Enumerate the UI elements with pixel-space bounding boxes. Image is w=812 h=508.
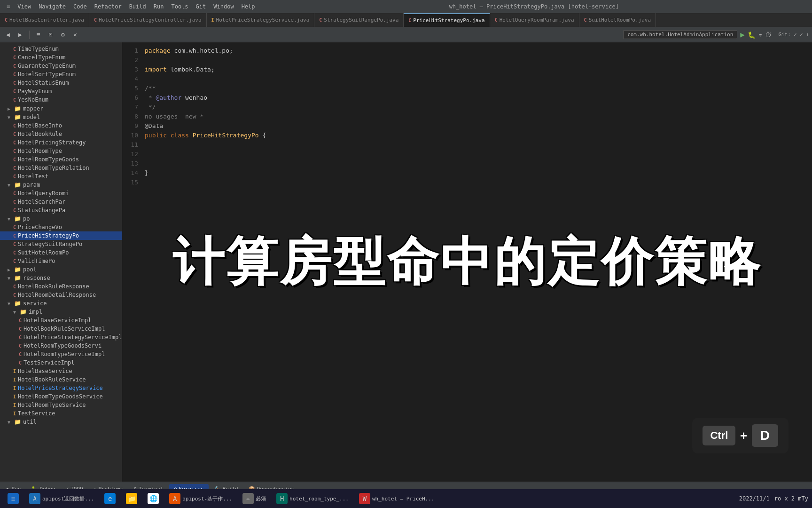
sidebar-item-HotelRoomDetailResponse[interactable]: C HotelRoomDetailResponse <box>0 291 122 299</box>
sidebar-label: TestService <box>18 410 55 417</box>
sidebar-label: mapper <box>23 105 43 112</box>
sidebar-item-CancelTypeEnum[interactable]: C CancelTypeEnum <box>0 53 122 62</box>
sidebar-item-HotelBaseInfo[interactable]: C HotelBaseInfo <box>0 121 122 130</box>
taskbar-apipost2[interactable]: A apipost-基于作... <box>165 491 236 506</box>
taskbar-bixu[interactable]: ✏ 必须 <box>239 491 270 506</box>
sidebar-item-HotelPriceStrategyServiceImpl[interactable]: C HotelPriceStrategyServiceImpl <box>0 333 122 341</box>
sidebar-item-SuitHotelRoomPo[interactable]: C SuitHotelRoomPo <box>0 248 122 257</box>
class-icon: C <box>13 242 16 247</box>
taskbar-apipost[interactable]: A apipost返回数据... <box>25 491 98 506</box>
sidebar-item-TimeTypeEnum[interactable]: C TimeTypeEnum <box>0 45 122 53</box>
sidebar-item-HotelSortTypeEnum[interactable]: C HotelSortTypeEnum <box>0 70 122 79</box>
sidebar-item-StrategySuitRangePo[interactable]: C StrategySuitRangePo <box>0 240 122 248</box>
class-icon: C <box>19 352 22 357</box>
toolbar-close-panel[interactable]: ✕ <box>70 30 80 40</box>
tab-StrategySuitRangePo[interactable]: C StrategySuitRangePo.java <box>314 13 404 27</box>
run-config-label[interactable]: com.wh.hotel.HotelAdminApplication <box>623 30 737 39</box>
sidebar-item-service[interactable]: ▼ 📁 service <box>0 299 122 308</box>
taskbar-wh-hotel[interactable]: W wh_hotel – PriceH... <box>355 491 438 506</box>
sidebar-label: HotelRoomTypeServiceImpl <box>23 351 105 357</box>
sidebar-item-HotelTest[interactable]: C HotelTest <box>0 172 122 181</box>
sidebar-item-PriceHitStrategyPo[interactable]: C PriceHitStrategyPo <box>0 231 122 240</box>
taskbar-hotel-room[interactable]: H hotel_room_type_... <box>273 491 352 506</box>
sidebar-item-HotelRoomTypeRelation[interactable]: C HotelRoomTypeRelation <box>0 164 122 172</box>
debug-button[interactable]: 🐛 <box>748 31 756 39</box>
sidebar-item-impl[interactable]: ▼ 📁 impl <box>0 308 122 316</box>
sidebar-item-StatusChangePa[interactable]: C StatusChangePa <box>0 206 122 214</box>
menu-navigate[interactable]: Navigate <box>36 2 69 11</box>
menu-toggle[interactable]: ≡ <box>4 2 13 11</box>
sidebar-item-HotelPriceStrategyService[interactable]: I HotelPriceStrategyService <box>0 384 122 392</box>
menu-git[interactable]: Git <box>193 2 209 11</box>
sidebar-label: HotelRoomTypeGoodsService <box>18 393 103 400</box>
menu-build[interactable]: Build <box>126 2 149 11</box>
sidebar-item-po[interactable]: ▼ 📁 po <box>0 214 122 223</box>
sidebar-label: YesNoEnum <box>18 96 48 103</box>
menu-code[interactable]: Code <box>70 2 90 11</box>
sidebar-item-HotelBookRuleResponse[interactable]: C HotelBookRuleResponse <box>0 282 122 291</box>
sidebar-item-PayWayEnum[interactable]: C PayWayEnum <box>0 87 122 95</box>
sidebar-item-param[interactable]: ▼ 📁 param <box>0 181 122 189</box>
menu-tools[interactable]: Tools <box>168 2 191 11</box>
sidebar-item-YesNoEnum[interactable]: C YesNoEnum <box>0 95 122 104</box>
profile-button[interactable]: ⏱ <box>765 31 772 39</box>
sidebar-item-HotelBaseService[interactable]: I HotelBaseService <box>0 367 122 375</box>
sidebar-item-util[interactable]: ▼ 📁 util <box>0 418 122 426</box>
sidebar-item-mapper[interactable]: ▶ 📁 mapper <box>0 104 122 113</box>
menu-view[interactable]: View <box>15 2 34 11</box>
toolbar-align[interactable]: ≡ <box>33 30 44 40</box>
sidebar-item-HotelRoomTypeGoodsService[interactable]: I HotelRoomTypeGoodsService <box>0 392 122 401</box>
toolbar-nav-back[interactable]: ◀ <box>3 30 13 40</box>
menu-refactor[interactable]: Refactor <box>92 2 125 11</box>
sidebar-item-PriceChangeVo[interactable]: C PriceChangeVo <box>0 223 122 231</box>
sidebar-item-response[interactable]: ▼ 📁 response <box>0 274 122 282</box>
sidebar-item-pool[interactable]: ▶ 📁 pool <box>0 265 122 274</box>
sidebar-item-HotelRoomTypeGoodsServi[interactable]: C HotelRoomTypeGoodsServi <box>0 341 122 350</box>
toolbar-settings[interactable]: ⚙ <box>58 30 68 40</box>
sidebar-item-HotelStatusEnum[interactable]: C HotelStatusEnum <box>0 79 122 87</box>
sidebar-label: HotelSortTypeEnum <box>18 71 76 78</box>
tab-HotelBaseController[interactable]: C HotelBaseController.java <box>0 13 89 27</box>
code-editor[interactable]: package com.wh.hotel.po; import lombok.D… <box>141 42 812 482</box>
coverage-button[interactable]: ☂ <box>758 31 762 39</box>
sidebar-item-GuaranteeTypeEnum[interactable]: C GuaranteeTypeEnum <box>0 62 122 70</box>
run-button[interactable]: ▶ <box>740 30 745 39</box>
toolbar-nav-forward[interactable]: ▶ <box>15 30 25 40</box>
sidebar-item-HotelRoomTypeService[interactable]: I HotelRoomTypeService <box>0 401 122 409</box>
menu-help[interactable]: Help <box>239 2 258 11</box>
taskbar-files[interactable]: 📁 <box>122 491 141 506</box>
sidebar-item-TestServiceImpl[interactable]: C TestServiceImpl <box>0 358 122 367</box>
taskbar-edge[interactable]: e <box>101 491 119 506</box>
expand-icon: ▼ <box>13 310 19 315</box>
menu-run[interactable]: Run <box>151 2 167 11</box>
sidebar-item-HotelBookRule[interactable]: C HotelBookRule <box>0 130 122 138</box>
sidebar[interactable]: C TimeTypeEnum C CancelTypeEnum C Guaran… <box>0 42 122 482</box>
sidebar-item-HotelBookRuleService[interactable]: I HotelBookRuleService <box>0 375 122 384</box>
sidebar-item-TestService[interactable]: I TestService <box>0 409 122 418</box>
sidebar-item-ValidTimePo[interactable]: C ValidTimePo <box>0 257 122 265</box>
sidebar-item-HotelSearchPar[interactable]: C HotelSearchPar <box>0 198 122 206</box>
sidebar-item-HotelBaseServiceImpl[interactable]: C HotelBaseServiceImpl <box>0 316 122 325</box>
editor-area[interactable]: 1 2 3 4 5 6 7 8 9 10 11 12 13 14 15 pack… <box>122 42 812 482</box>
tab-SuitHotelRoomPo[interactable]: C SuitHotelRoomPo.java <box>579 13 656 27</box>
sidebar-item-HotelPricingStrategy[interactable]: C HotelPricingStrategy <box>0 138 122 147</box>
expand-icon: ▼ <box>8 216 13 222</box>
sidebar-item-model[interactable]: ▼ 📁 model <box>0 113 122 121</box>
toolbar-expand[interactable]: ⊡ <box>46 30 56 40</box>
menu-window[interactable]: Window <box>211 2 236 11</box>
sidebar-item-HotelRoomTypeServiceImpl[interactable]: C HotelRoomTypeServiceImpl <box>0 350 122 358</box>
sidebar-item-HotelRoomType[interactable]: C HotelRoomType <box>0 147 122 155</box>
wh-hotel-icon: W <box>359 493 370 504</box>
tab-HotelPriceStrategyController[interactable]: C HotelPriceStrategyController.java <box>89 13 207 27</box>
sidebar-item-HotelRoomTypeGoods[interactable]: C HotelRoomTypeGoods <box>0 155 122 164</box>
taskbar-start[interactable]: ≡ <box>4 491 23 506</box>
class-icon: C <box>13 47 16 52</box>
interface-icon: I <box>13 411 16 416</box>
tab-HotelQueryRoomParam[interactable]: C HotelQueryRoomParam.java <box>490 13 579 27</box>
taskbar-chrome[interactable]: 🌐 <box>144 491 163 506</box>
sidebar-item-HotelQueryRoomi[interactable]: C HotelQueryRoomi <box>0 189 122 198</box>
tab-HotelPriceStrategyService[interactable]: I HotelPriceStrategyService.java <box>207 13 315 27</box>
sidebar-item-HotelBookRuleServiceImpl[interactable]: C HotelBookRuleServiceImpl <box>0 325 122 333</box>
tab-PriceHitStrategyPo[interactable]: C PriceHitStrategyPo.java <box>404 13 490 27</box>
sidebar-label: HotelSearchPar <box>18 198 65 205</box>
